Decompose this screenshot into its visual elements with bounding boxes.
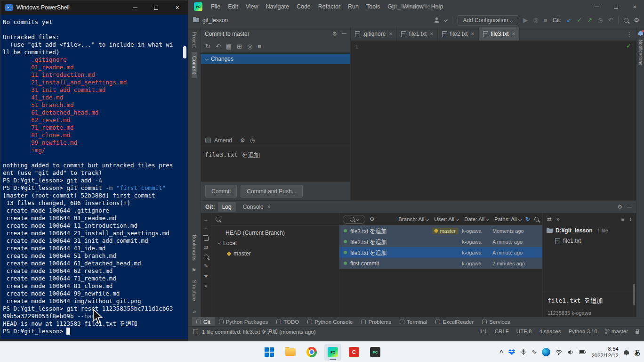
stripe-project[interactable]: Project bbox=[192, 27, 197, 52]
stop-icon[interactable]: ■ bbox=[544, 16, 547, 24]
add-icon[interactable]: + bbox=[204, 226, 207, 231]
toolwindow-python-console[interactable]: Python Console bbox=[303, 317, 357, 327]
menu-run[interactable]: Run bbox=[344, 3, 362, 10]
menu-navigate[interactable]: Navigate bbox=[262, 3, 293, 10]
filter-user[interactable]: User: All bbox=[434, 216, 459, 222]
refresh-icon[interactable]: ↻ bbox=[205, 43, 210, 50]
more-tool-windows-icon[interactable]: » bbox=[193, 305, 196, 317]
start-button[interactable] bbox=[261, 344, 278, 361]
volume-icon[interactable] bbox=[567, 349, 574, 355]
close-button[interactable]: × bbox=[625, 0, 644, 13]
changes-tree[interactable]: Changes bbox=[201, 53, 350, 135]
commit-row[interactable]: file3.txt を追加masterk-ogawaMoments ago bbox=[339, 225, 542, 236]
close-icon[interactable]: × bbox=[512, 31, 515, 37]
tab-console[interactable]: Console× bbox=[239, 202, 275, 212]
settings-gear-icon[interactable]: ⚙ bbox=[617, 204, 622, 210]
file-encoding[interactable]: UTF-8 bbox=[516, 329, 532, 334]
back-icon[interactable]: ← bbox=[203, 216, 209, 222]
pycharm-button[interactable]: PC bbox=[324, 344, 341, 361]
red-app-button[interactable]: C bbox=[346, 344, 362, 361]
line-separator[interactable]: CRLF bbox=[495, 329, 509, 334]
chrome-button[interactable] bbox=[303, 344, 320, 361]
branch-item-local[interactable]: Local bbox=[211, 238, 339, 248]
changelist-icon[interactable]: ▤ bbox=[226, 43, 232, 50]
edge-icon[interactable] bbox=[542, 348, 550, 356]
powershell-titlebar[interactable]: >_ Windows PowerShell × bbox=[0, 0, 188, 15]
bookmark-icon[interactable]: ⚑ bbox=[192, 265, 197, 276]
pen-icon[interactable]: ✎ bbox=[532, 349, 537, 356]
refresh-icon[interactable]: ↻ bbox=[525, 216, 530, 222]
settings-gear-icon[interactable]: ⚙ bbox=[332, 31, 337, 37]
stripe-notifications[interactable]: Notifications bbox=[638, 40, 643, 65]
expand-icon[interactable]: ↕ bbox=[629, 216, 632, 222]
run-icon[interactable]: ▶ bbox=[523, 16, 528, 24]
ime-indicator[interactable]: あ bbox=[634, 348, 640, 357]
scrollbar-thumb[interactable] bbox=[633, 284, 635, 305]
menu-code[interactable]: Code bbox=[293, 3, 314, 10]
caret-position[interactable]: 1:1 bbox=[480, 329, 487, 334]
rollback-icon[interactable]: ↶ bbox=[608, 16, 613, 24]
project-name[interactable]: git_lesson bbox=[202, 17, 228, 24]
close-icon[interactable]: × bbox=[389, 31, 392, 37]
tab-.gitignore[interactable]: .gitignore× bbox=[351, 27, 397, 41]
stripe-bookmarks[interactable]: Bookmarks bbox=[192, 230, 197, 265]
rollback-icon[interactable]: ↶ bbox=[216, 43, 221, 50]
minimize-button[interactable] bbox=[124, 0, 145, 15]
search-everywhere-icon[interactable] bbox=[624, 18, 628, 23]
terminal-scrollbar-thumb[interactable] bbox=[183, 46, 186, 58]
close-icon[interactable]: × bbox=[471, 31, 474, 37]
lock-icon[interactable] bbox=[636, 331, 639, 334]
tab-file3.txt[interactable]: file3.txt× bbox=[479, 27, 520, 41]
details-root-row[interactable]: D:¥git_lesson 1 file bbox=[543, 225, 636, 236]
toolwindow-excelreader[interactable]: ExcelReader bbox=[431, 317, 478, 327]
details-file-row[interactable]: file1.txt bbox=[543, 236, 636, 246]
toolwindow-todo[interactable]: TODO bbox=[272, 317, 303, 327]
settings-gear-icon[interactable]: ⚙ bbox=[370, 216, 375, 222]
add-configuration-button[interactable]: Add Configuration... bbox=[458, 15, 518, 25]
log-search-field[interactable] bbox=[343, 215, 365, 224]
tray-expand-icon[interactable]: ^ bbox=[500, 349, 503, 355]
menu-tools[interactable]: Tools bbox=[362, 3, 384, 10]
commit-row[interactable]: file1.txt を追加k-ogawaA minute ago bbox=[339, 247, 542, 258]
tab-file1.txt[interactable]: file1.txt× bbox=[397, 27, 438, 41]
toolwindow-python-packages[interactable]: Python Packages bbox=[215, 317, 273, 327]
tab-log[interactable]: Log bbox=[218, 202, 236, 212]
toolwindow-git[interactable]: Git bbox=[192, 317, 215, 327]
toolwindow-problems[interactable]: Problems bbox=[357, 317, 395, 327]
group-by-icon[interactable]: ⊞ bbox=[237, 43, 242, 50]
indent-setting[interactable]: 4 spaces bbox=[539, 329, 561, 334]
notifications-bell-icon[interactable] bbox=[638, 31, 643, 35]
commit-message-input[interactable]: file3.txt を追加 bbox=[201, 146, 350, 181]
history-icon[interactable]: ◷ bbox=[250, 137, 255, 144]
settings-gear-icon[interactable]: ⚙ bbox=[240, 137, 245, 144]
toolwindow-terminal[interactable]: Terminal bbox=[395, 317, 431, 327]
git-commit-icon[interactable]: ✓ bbox=[577, 16, 582, 24]
commit-row[interactable]: file2.txt を追加k-ogawaA minute ago bbox=[339, 236, 542, 247]
search-icon[interactable] bbox=[204, 255, 209, 259]
menu-view[interactable]: View bbox=[242, 3, 262, 10]
file-explorer-button[interactable] bbox=[282, 344, 299, 361]
tab-options-icon[interactable]: ⋮ bbox=[626, 31, 636, 38]
inspections-ok-icon[interactable]: ✓ bbox=[626, 42, 631, 49]
maximize-button[interactable] bbox=[606, 0, 625, 13]
notification-bell-icon[interactable] bbox=[624, 350, 629, 354]
toolwindow-services[interactable]: Services bbox=[478, 317, 514, 327]
clock[interactable]: 8:54 2022/12/12 bbox=[591, 346, 619, 359]
stripe-structure[interactable]: Structure bbox=[192, 276, 197, 305]
commit-row[interactable]: first commitk-ogawa2 minutes ago bbox=[339, 258, 542, 269]
minimize-button[interactable] bbox=[588, 0, 606, 13]
layout-icon[interactable] bbox=[193, 329, 198, 334]
commit-button[interactable]: Commit bbox=[205, 185, 237, 197]
commit-and-push-button[interactable]: Commit and Push... bbox=[241, 185, 302, 197]
menu-edit[interactable]: Edit bbox=[224, 3, 242, 10]
user-icon[interactable] bbox=[434, 17, 439, 23]
compare-branches-icon[interactable]: ⇄ bbox=[204, 245, 208, 251]
edit-icon[interactable]: ✎ bbox=[204, 263, 208, 269]
more-icon[interactable]: » bbox=[556, 216, 560, 222]
wifi-icon[interactable] bbox=[555, 349, 562, 355]
more-icon[interactable]: » bbox=[204, 283, 207, 288]
battery-icon[interactable] bbox=[579, 349, 586, 355]
menu-refactor[interactable]: Refactor bbox=[314, 3, 344, 10]
filter-branch[interactable]: Branch: All bbox=[398, 216, 428, 222]
go-to-hash-icon[interactable] bbox=[534, 217, 539, 222]
